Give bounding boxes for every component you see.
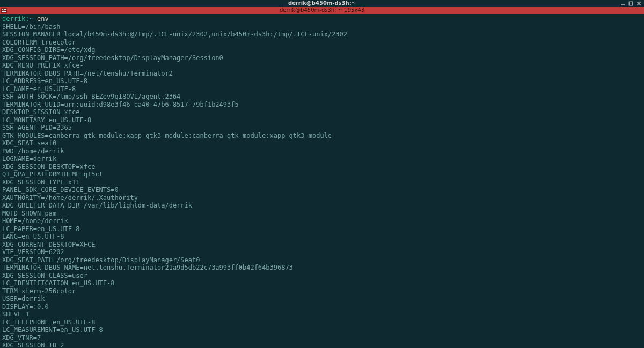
minimize-icon — [620, 1, 625, 6]
svg-rect-7 — [2, 11, 6, 12]
maximize-icon — [628, 1, 633, 6]
env-line: DESKTOP_SESSION=xfce — [2, 108, 642, 116]
close-icon — [636, 1, 641, 6]
terminator-app-icon — [1, 8, 7, 13]
env-line: XDG_SEAT=seat0 — [2, 139, 642, 147]
svg-rect-6 — [4, 9, 6, 10]
env-line: LOGNAME=derrik — [2, 155, 642, 163]
env-line: SHELL=/bin/bash — [2, 23, 642, 31]
env-line: XDG_SESSION_PATH=/org/freedesktop/Displa… — [2, 54, 642, 62]
env-line: TERMINATOR_DBUS_NAME=net.tenshu.Terminat… — [2, 264, 642, 272]
env-line: SSH_AGENT_PID=2365 — [2, 124, 642, 132]
minimize-button[interactable] — [619, 1, 626, 6]
env-output: SHELL=/bin/bashSESSION_MANAGER=local/b45… — [2, 23, 642, 349]
env-line: DISPLAY=:0.0 — [2, 303, 642, 311]
env-line: LC_PAPER=en_US.UTF-8 — [2, 225, 642, 233]
svg-rect-5 — [2, 9, 3, 10]
env-line: USER=derrik — [2, 295, 642, 303]
env-line: LC_NAME=en_US.UTF-8 — [2, 85, 642, 93]
env-line: XAUTHORITY=/home/derrik/.Xauthority — [2, 194, 642, 202]
svg-rect-4 — [1, 8, 7, 13]
env-line: PWD=/home/derrik — [2, 147, 642, 156]
window-titlebar: derrik@b450m-ds3h:~ — [0, 0, 644, 7]
env-line: PANEL_GDK_CORE_DEVICE_EVENTS=0 — [2, 186, 642, 194]
maximize-button[interactable] — [627, 1, 634, 6]
env-line: LC_MEASUREMENT=en_US.UTF-8 — [2, 326, 642, 334]
env-line: SESSION_MANAGER=local/b450m-ds3h:@/tmp/.… — [2, 31, 642, 39]
terminal-tabbar[interactable]: derrik@b450m-ds3h: ~ 195x43 — [0, 7, 644, 14]
prompt-line: derrik:~ env — [2, 15, 642, 23]
tab-label: derrik@b450m-ds3h: ~ 195x43 — [280, 6, 364, 14]
env-line: SSH_AUTH_SOCK=/tmp/ssh-BEZev9qI8OVL/agen… — [2, 93, 642, 101]
env-line: XDG_CONFIG_DIRS=/etc/xdg — [2, 46, 642, 54]
env-line: GTK_MODULES=canberra-gtk-module:xapp-gtk… — [2, 132, 642, 140]
prompt-path: ~ — [30, 15, 33, 23]
env-line: XDG_SESSION_DESKTOP=xfce — [2, 163, 642, 171]
close-button[interactable] — [635, 1, 642, 6]
env-line: TERM=xterm-256color — [2, 287, 642, 295]
env-line: LC_MONETARY=en_US.UTF-8 — [2, 116, 642, 124]
prompt-command: env — [37, 15, 49, 23]
env-line: QT_QPA_PLATFORMTHEME=qt5ct — [2, 171, 642, 179]
terminal-output-area[interactable]: derrik:~ env SHELL=/bin/bashSESSION_MANA… — [0, 14, 644, 348]
env-line: XDG_SESSION_TYPE=x11 — [2, 179, 642, 187]
env-line: XDG_GREETER_DATA_DIR=/var/lib/lightdm-da… — [2, 202, 642, 210]
env-line: XDG_SESSION_ID=2 — [2, 342, 642, 348]
env-line: LC_ADDRESS=en_US.UTF-8 — [2, 77, 642, 85]
env-line: LC_TELEPHONE=en_US.UTF-8 — [2, 319, 642, 327]
env-line: XDG_VTNR=7 — [2, 334, 642, 342]
env-line: XDG_CURRENT_DESKTOP=XFCE — [2, 241, 642, 249]
window-controls — [619, 0, 642, 7]
env-line: COLORTERM=truecolor — [2, 39, 642, 47]
env-line: XDG_MENU_PREFIX=xfce- — [2, 62, 642, 70]
env-line: SHLVL=1 — [2, 310, 642, 319]
env-line: XDG_SESSION_CLASS=user — [2, 272, 642, 280]
env-line: VTE_VERSION=6202 — [2, 248, 642, 256]
env-line: TERMINATOR_UUID=urn:uuid:d98e3f46-ba40-4… — [2, 101, 642, 109]
env-line: HOME=/home/derrik — [2, 217, 642, 225]
env-line: TERMINATOR_DBUS_PATH=/net/tenshu/Termina… — [2, 70, 642, 78]
env-line: MOTD_SHOWN=pam — [2, 210, 642, 218]
svg-rect-1 — [629, 2, 633, 5]
prompt-host: derrik: — [2, 15, 30, 23]
env-line: LANG=en_US.UTF-8 — [2, 233, 642, 241]
env-line: LC_IDENTIFICATION=en_US.UTF-8 — [2, 279, 642, 287]
env-line: XDG_SEAT_PATH=/org/freedesktop/DisplayMa… — [2, 256, 642, 264]
